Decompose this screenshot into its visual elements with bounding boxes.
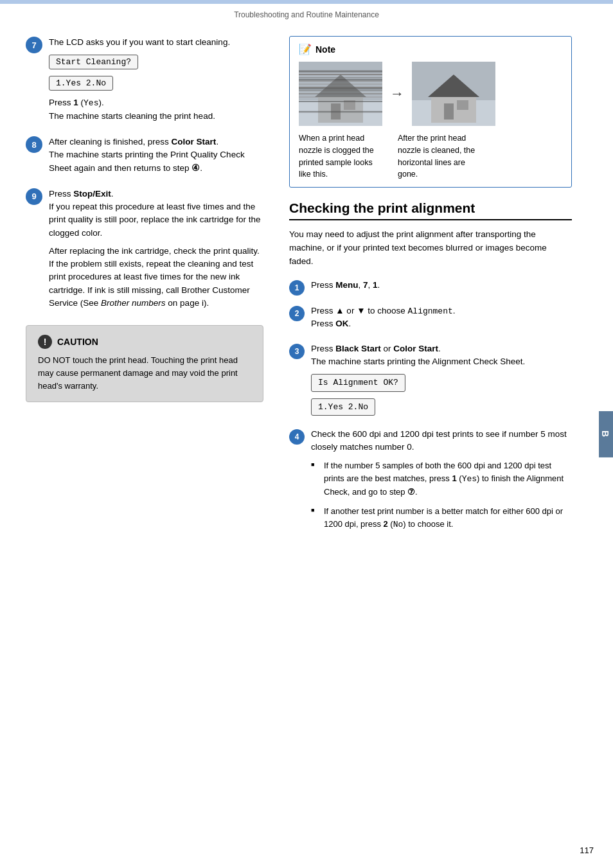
- lcd-yes-no-1: 1.Yes 2.No: [49, 76, 113, 91]
- caution-title: CAUTION: [57, 337, 98, 347]
- note-box: 📝 Note: [289, 36, 572, 188]
- right-column: 📝 Note: [276, 30, 591, 560]
- note-caption-right: After the print head nozzle is cleaned, …: [398, 132, 481, 181]
- step-7-press: Press 1 (Yes). The machine starts cleani…: [49, 96, 263, 123]
- right-step-3-content: Press Black Start or Color Start. The ma…: [311, 342, 572, 420]
- header-title: Troubleshooting and Routine Maintenance: [234, 10, 379, 19]
- step-9-content: Press Stop/Exit. If you repeat this proc…: [49, 188, 263, 312]
- step-7-content: The LCD asks you if you want to start cl…: [49, 36, 263, 125]
- right-step-1-content: Press Menu, 7, 1.: [311, 279, 572, 294]
- bullet-1: If the number 5 samples of both the 600 …: [311, 459, 572, 499]
- sidebar-tab: B: [599, 411, 613, 457]
- caution-box: ! CAUTION DO NOT touch the print head. T…: [26, 325, 263, 402]
- right-step-3: 3 Press Black Start or Color Start. The …: [289, 342, 572, 420]
- svg-rect-23: [444, 103, 454, 120]
- arrow-symbol: →: [387, 85, 407, 102]
- right-step-3-circle: 3: [289, 344, 305, 359]
- lcd-yes-no-2: 1.Yes 2.No: [311, 398, 375, 416]
- left-column: 7 The LCD asks you if you want to start …: [0, 30, 276, 560]
- right-step-2-content: Press ▲ or ▼ to choose Alignment. Press …: [311, 305, 572, 333]
- right-step-1: 1 Press Menu, 7, 1.: [289, 279, 572, 296]
- note-images: →: [299, 62, 562, 126]
- right-step-4: 4 Check the 600 dpi and 1200 dpi test pr…: [289, 428, 572, 538]
- section-title: Checking the print alignment: [289, 200, 572, 220]
- note-label: Note: [315, 44, 335, 55]
- step-9-circle: 9: [26, 188, 42, 205]
- step-7-circle: 7: [26, 37, 42, 53]
- step-9-text1: Press Stop/Exit. If you repeat this proc…: [49, 188, 263, 240]
- bullet-list: If the number 5 samples of both the 600 …: [311, 459, 572, 532]
- step-8-content: After cleaning is finished, press Color …: [49, 136, 263, 177]
- step-7: 7 The LCD asks you if you want to start …: [26, 36, 263, 125]
- page-header: Troubleshooting and Routine Maintenance: [0, 4, 613, 23]
- svg-rect-24: [457, 100, 468, 110]
- bullet-2: If another test print number is a better…: [311, 505, 572, 531]
- section-intro: You may need to adjust the print alignme…: [289, 228, 572, 269]
- page-layout: 7 The LCD asks you if you want to start …: [0, 23, 613, 560]
- step-9-text2: After replacing the ink cartridge, check…: [49, 245, 263, 310]
- caution-header: ! CAUTION: [38, 335, 251, 349]
- caution-icon: !: [38, 335, 52, 349]
- page-number: 117: [580, 846, 594, 855]
- house-image-after: [412, 62, 495, 126]
- right-step-4-circle: 4: [289, 429, 305, 445]
- right-step-4-content: Check the 600 dpi and 1200 dpi test prin…: [311, 428, 572, 538]
- caution-text: DO NOT touch the print head. Touching th…: [38, 354, 251, 393]
- step-9: 9 Press Stop/Exit. If you repeat this pr…: [26, 188, 263, 312]
- house-image-before: [299, 62, 382, 126]
- note-caption-left: When a print head nozzle is clogged the …: [299, 132, 382, 181]
- right-step-1-circle: 1: [289, 280, 305, 296]
- house-before-svg: [299, 62, 382, 126]
- step-7-text: The LCD asks you if you want to start cl…: [49, 36, 263, 49]
- house-after-svg: [412, 62, 495, 126]
- step-8-circle: 8: [26, 136, 42, 153]
- lcd-start-cleaning: Start Cleaning?: [49, 55, 138, 69]
- note-header: 📝 Note: [299, 43, 562, 55]
- step-8: 8 After cleaning is finished, press Colo…: [26, 136, 263, 177]
- lcd-alignment-ok: Is Alignment OK?: [311, 374, 405, 392]
- right-step-2-circle: 2: [289, 306, 305, 321]
- note-icon: 📝: [299, 43, 312, 55]
- step-8-text: After cleaning is finished, press Color …: [49, 136, 263, 175]
- right-step-2: 2 Press ▲ or ▼ to choose Alignment. Pres…: [289, 305, 572, 333]
- note-captions: When a print head nozzle is clogged the …: [299, 132, 562, 181]
